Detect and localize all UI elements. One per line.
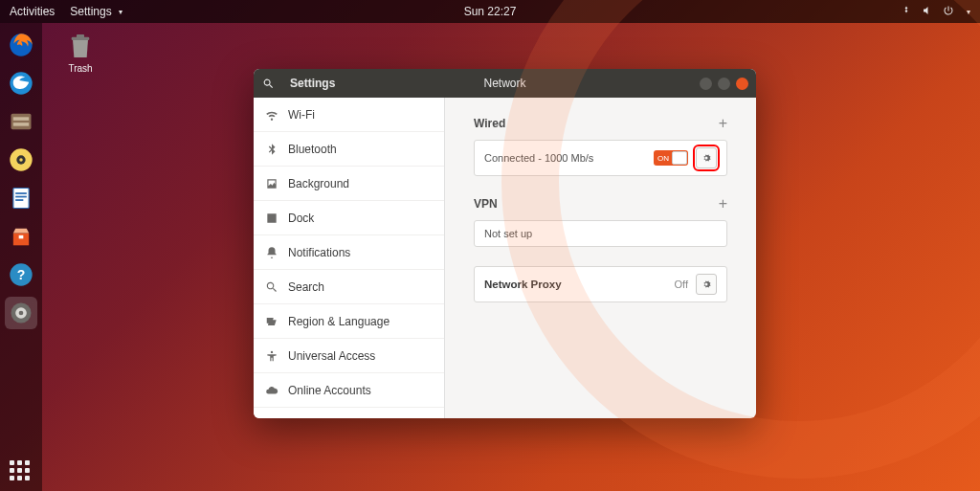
search-icon [265,280,278,294]
wired-section-title: Wired [474,117,505,130]
vpn-row: Not set up [474,220,727,247]
dock-software[interactable] [5,220,37,253]
svg-rect-12 [19,235,24,239]
sidebar-item-wifi[interactable]: Wi-Fi [254,98,444,132]
wired-toggle[interactable]: ON [654,150,688,166]
network-panel: Wired + Connected - 1000 Mb/s ON VPN + N… [445,98,756,418]
activities-button[interactable]: Activities [10,5,55,18]
app-menu[interactable]: Settings ▾ [66,5,122,18]
proxy-settings-button[interactable] [696,274,717,295]
region-icon [265,315,278,328]
vpn-status-label: Not set up [484,228,717,239]
svg-rect-3 [13,117,29,121]
wired-connection-row: Connected - 1000 Mb/s ON [474,140,727,176]
background-icon [265,177,278,190]
svg-point-18 [271,350,273,352]
sidebar-item-label: Bluetooth [288,143,337,156]
window-maximize-button[interactable] [718,78,730,90]
proxy-title: Network Proxy [484,279,667,290]
page-title: Network [483,77,525,90]
sidebar-item-label: Universal Access [288,349,375,363]
sidebar-item-label: Notifications [288,246,350,259]
search-button[interactable] [254,78,282,90]
bluetooth-icon [265,143,278,156]
dock-firefox[interactable] [5,29,37,61]
cloud-icon [265,384,278,397]
sidebar-item-label: Dock [288,212,314,225]
desktop-trash[interactable]: Trash [57,31,103,74]
lock-icon [265,418,278,419]
gear-icon [701,152,712,164]
wifi-icon [265,108,278,122]
system-status-area[interactable]: ▾ [901,5,970,19]
add-vpn-button[interactable]: + [719,195,727,212]
clock[interactable]: Sun 22:27 [464,5,517,18]
proxy-state: Off [675,279,688,290]
dock-libreoffice[interactable] [5,182,37,214]
svg-point-7 [19,158,23,162]
access-icon [265,349,278,363]
svg-rect-17 [77,34,84,37]
dock-icon [265,212,278,225]
sidebar-item-region[interactable]: Region & Language [254,304,444,339]
svg-rect-11 [15,199,23,201]
network-proxy-row: Network Proxy Off [474,266,727,302]
gear-icon [701,279,712,290]
add-wired-button[interactable]: + [719,115,727,132]
svg-point-15 [11,303,32,324]
trash-label: Trash [57,63,103,74]
caret-down-icon: ▾ [967,8,970,16]
sidebar-item-notifications[interactable]: Notifications [254,235,444,270]
dock-thunderbird[interactable] [5,67,37,100]
sidebar-item-online[interactable]: Online Accounts [254,373,444,408]
sidebar-item-background[interactable]: Background [254,167,444,201]
app-title: Settings [282,77,447,90]
window-close-button[interactable] [736,78,748,90]
window-minimize-button[interactable] [700,78,712,90]
sidebar-item-label: Region & Language [288,315,390,328]
wired-status-label: Connected - 1000 Mb/s [484,152,646,164]
settings-window: Settings Network Wi-FiBluetoothBackgroun… [254,69,756,418]
sidebar-item-bluetooth[interactable]: Bluetooth [254,132,444,167]
svg-rect-10 [15,196,27,198]
window-titlebar[interactable]: Settings Network [254,69,756,98]
sidebar-item-label: Online Accounts [288,384,371,397]
settings-sidebar: Wi-FiBluetoothBackgroundDockNotification… [254,98,445,418]
dock-settings[interactable] [5,297,37,329]
sidebar-item-label: Privacy [288,418,325,419]
dock: ? [0,23,42,491]
dock-rhythmbox[interactable] [5,144,37,176]
svg-rect-4 [13,123,29,126]
dock-help[interactable]: ? [5,258,37,291]
svg-rect-2 [11,114,32,129]
power-icon [943,5,954,19]
sidebar-item-dock[interactable]: Dock [254,201,444,235]
vpn-section-title: VPN [474,197,498,211]
svg-text:?: ? [17,267,26,282]
volume-icon [922,5,933,19]
show-applications-button[interactable] [10,460,33,483]
sidebar-item-label: Search [288,280,324,294]
svg-rect-8 [13,189,29,209]
sidebar-item-access[interactable]: Universal Access [254,339,444,373]
caret-down-icon: ▾ [119,8,122,16]
network-status-icon [901,5,912,19]
top-panel: Activities Settings ▾ Sun 22:27 ▾ [0,0,980,23]
sidebar-item-privacy[interactable]: Privacy [254,408,444,418]
svg-rect-9 [15,192,27,194]
dock-files[interactable] [5,105,37,138]
wired-settings-button[interactable] [696,147,717,168]
bell-icon [265,246,278,259]
sidebar-item-search[interactable]: Search [254,270,444,304]
sidebar-item-label: Background [288,177,349,190]
sidebar-item-label: Wi-Fi [288,108,315,122]
